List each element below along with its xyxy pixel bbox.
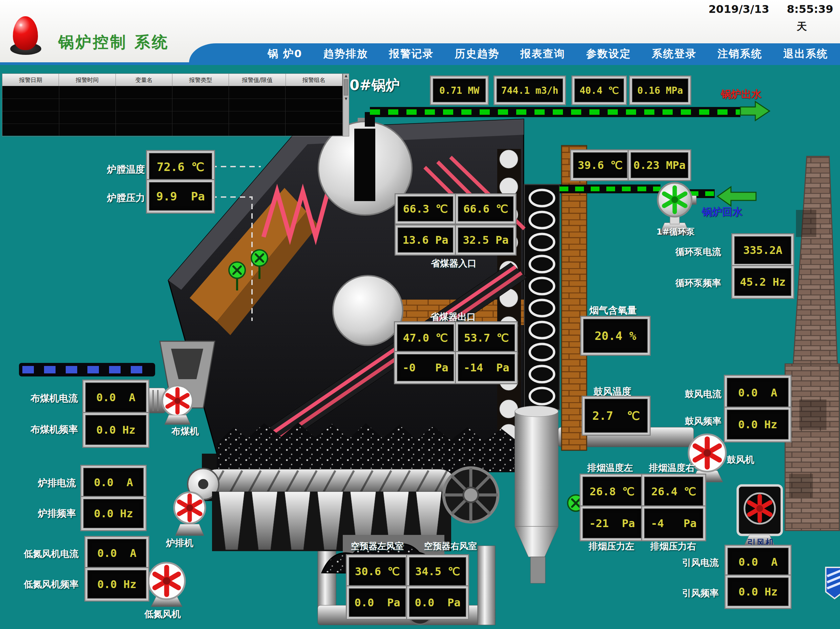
- gauge-blower-frequency: 0.0 Hz: [727, 410, 788, 440]
- blower-fan-label: 鼓风机: [727, 454, 754, 466]
- gauge-eco-outlet-pressure-left: -0 Pa: [397, 354, 454, 381]
- nav-parameter-setting[interactable]: 参数设定: [586, 47, 631, 61]
- grate-motor-icon[interactable]: [174, 492, 205, 536]
- alarm-col-value: 报警值/限值: [229, 74, 286, 86]
- induced-frequency-label: 引风频率: [682, 587, 719, 599]
- gauge-blower-current: 0.0 A: [727, 378, 788, 408]
- furnace-pressure-label: 炉膛压力: [107, 192, 145, 205]
- low-nox-current-label: 低氮风机电流: [24, 548, 79, 560]
- gauge-furnace-pressure: 9.9 Pa: [149, 182, 212, 211]
- gauge-blast-temp: 2.7 ℃: [584, 399, 647, 433]
- nav-exit-system[interactable]: 退出系统: [783, 47, 828, 61]
- gauge-furnace-temp: 72.6 ℃: [149, 153, 212, 181]
- circ-pump-current-label: 循环泵电流: [676, 246, 721, 258]
- alarm-table-scrollbar[interactable]: ▲▼: [343, 74, 349, 136]
- coal-feeder-current-label: 布煤机电流: [30, 392, 78, 405]
- alarm-col-type: 报警类型: [172, 74, 229, 86]
- drive-gear: [444, 468, 498, 522]
- gauge-flue-o2: 20.4 %: [583, 319, 647, 353]
- blower-frequency-label: 鼓风频率: [685, 415, 722, 427]
- alarm-table-body[interactable]: [2, 86, 343, 136]
- gauge-eco-outlet-temp-left: 47.0 ℃: [397, 324, 454, 352]
- lower-drum: [333, 276, 403, 345]
- gauge-eco-inlet-pressure-left: 13.6 Pa: [398, 227, 453, 252]
- economizer-coil: [524, 184, 559, 410]
- nav-logout[interactable]: 注销系统: [717, 47, 762, 61]
- low-nox-fan-label: 低氮风机: [144, 608, 181, 620]
- dust-collector: [515, 406, 558, 583]
- low-nox-frequency-label: 低氮风机频率: [24, 578, 79, 590]
- blower-current-label: 鼓风电流: [685, 388, 722, 400]
- circulation-pump-label: 1#循环泵: [657, 226, 695, 237]
- preheater-left-label: 空预器左风室: [351, 540, 404, 552]
- gauge-boiler-flow: 744.1 m3/h: [497, 79, 563, 102]
- alarm-col-group: 报警组名: [286, 74, 343, 86]
- exhaust-pressure-left-label: 排烟压力左: [589, 540, 635, 552]
- weekday-text: 天: [797, 20, 807, 33]
- alarm-table: 报警日期 报警时间 变量名 报警类型 报警值/限值 报警组名: [2, 74, 343, 136]
- blower-fan-icon[interactable]: [688, 434, 726, 482]
- gauge-eco-inlet-temp-left: 66.3 ℃: [398, 196, 453, 221]
- gauge-low-nox-frequency: 0.0 Hz: [87, 570, 146, 599]
- shield-logo-icon: [826, 568, 840, 599]
- datetime-display: 2019/3/138:55:39: [709, 3, 833, 16]
- alarm-col-variable: 变量名: [116, 74, 172, 86]
- boiler-outlet-label: 锅炉出水: [721, 87, 761, 101]
- gauge-circ-pump-frequency: 45.2 Hz: [734, 268, 791, 296]
- alarm-col-date: 报警日期: [2, 74, 59, 86]
- gauge-low-nox-current: 0.0 A: [87, 539, 146, 568]
- low-nox-fan-icon[interactable]: [148, 563, 185, 607]
- coal-feeder-frequency-label: 布煤机频率: [30, 423, 78, 436]
- eco-inlet-label: 省煤器入口: [431, 257, 477, 270]
- gauge-eco-outlet-pressure-right: -14 Pa: [458, 354, 515, 381]
- grate-current-label: 炉排电流: [38, 477, 76, 490]
- date-text: 2019/3/13: [709, 3, 769, 16]
- chimney: [785, 156, 839, 530]
- gauge-preheater-right-temp: 34.5 ℃: [409, 557, 466, 586]
- gauge-coal-feeder-current: 0.0 A: [85, 383, 146, 412]
- gauge-outlet-pressure: 0.16 MPa: [632, 79, 688, 102]
- gauge-grate-frequency: 0.0 Hz: [83, 499, 144, 528]
- main-nav: 锅 炉0 趋势排放 报警记录 历史趋势 报表查询 参数设定 系统登录 注销系统 …: [189, 43, 840, 64]
- gauge-exhaust-pressure-left: -21 Pa: [583, 509, 641, 538]
- time-text: 8:55:39: [787, 3, 833, 16]
- coal-feeder-motor-icon[interactable]: [144, 386, 193, 424]
- exhaust-temp-left-label: 排烟温度左: [587, 462, 633, 474]
- nav-boiler0[interactable]: 锅 炉0: [268, 47, 302, 61]
- nav-system-login[interactable]: 系统登录: [652, 47, 696, 61]
- gauge-outlet-temp: 40.4 ℃: [575, 79, 624, 102]
- induced-fan-label: 引风机: [747, 537, 775, 549]
- furnace-temp-label: 炉膛温度: [107, 163, 145, 176]
- gauge-exhaust-temp-left: 26.8 ℃: [583, 477, 641, 506]
- gauge-boiler-power: 0.71 MW: [433, 79, 486, 102]
- coal-feeder-label: 布煤机: [171, 425, 199, 437]
- induced-current-label: 引风电流: [682, 556, 719, 569]
- nav-report-query[interactable]: 报表查询: [520, 47, 565, 61]
- gauge-return-temp: 39.6 ℃: [573, 152, 627, 178]
- circ-pump-frequency-label: 循环泵频率: [676, 277, 721, 289]
- grate-label: 炉排机: [166, 537, 193, 549]
- exhaust-pressure-right-label: 排烟压力右: [651, 540, 696, 552]
- eco-outlet-label: 省煤器出口: [430, 311, 476, 323]
- gauge-exhaust-temp-right: 26.4 ℃: [644, 477, 703, 506]
- nav-history-trend[interactable]: 历史趋势: [455, 47, 499, 61]
- gauge-eco-inlet-temp-right: 66.6 ℃: [458, 196, 513, 221]
- nav-trend-emission[interactable]: 趋势排放: [323, 47, 368, 61]
- blast-temp-label: 鼓风温度: [594, 385, 632, 398]
- gauge-preheater-left-pressure: 0.0 Pa: [349, 588, 406, 617]
- flue-o2-label: 烟气含氧量: [589, 304, 637, 317]
- gauge-induced-frequency: 0.0 Hz: [728, 577, 788, 606]
- boiler-name: 0#锅炉: [349, 76, 399, 95]
- return-arrow-icon: [717, 187, 756, 206]
- exhaust-temp-right-label: 排烟温度右: [649, 462, 695, 474]
- outlet-arrow-icon: [741, 102, 769, 120]
- gauge-eco-inlet-pressure-right: 32.5 Pa: [458, 227, 513, 252]
- gauge-preheater-right-pressure: 0.0 Pa: [409, 588, 466, 617]
- return-pipe: [559, 189, 715, 194]
- gauge-eco-outlet-temp-right: 53.7 ℃: [458, 324, 515, 352]
- boiler-hmi-screen: 锅炉控制 系统 2019/3/138:55:39 天 锅 炉0 趋势排放 报警记…: [0, 0, 840, 629]
- gauge-exhaust-pressure-right: -4 Pa: [644, 509, 703, 538]
- nav-alarm-log[interactable]: 报警记录: [389, 47, 434, 61]
- gauge-return-pressure: 0.23 MPa: [631, 152, 688, 178]
- alarm-col-time: 报警时间: [59, 74, 115, 86]
